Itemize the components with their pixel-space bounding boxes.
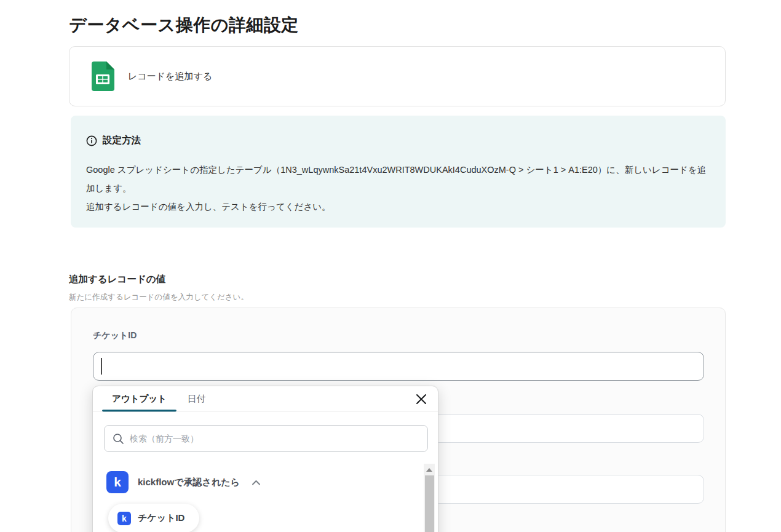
page: データベース操作の詳細設定 レコードを追加する 設定方法 Google スプレッ… <box>0 0 781 532</box>
record-section-description: 新たに作成するレコードの値を入力してください。 <box>69 292 248 303</box>
kickflow-icon-letter: k <box>114 475 121 490</box>
output-chip-ticket-id[interactable]: k チケットID <box>108 504 199 532</box>
popup-tab-bar: アウトプット 日付 <box>93 386 438 411</box>
tab-bar-divider <box>93 411 438 411</box>
info-box-header: 設定方法 <box>86 134 710 147</box>
kickflow-app-icon: k <box>106 471 129 493</box>
output-group-row[interactable]: k kickflowで承認されたら <box>106 471 261 493</box>
popup-search-input[interactable] <box>130 434 427 443</box>
info-box-line2: 追加するレコードの値を入力し、テストを行ってください。 <box>86 197 713 216</box>
tab-date-label: 日付 <box>188 393 205 405</box>
action-card[interactable]: レコードを追加する <box>69 46 726 106</box>
record-section-heading: 追加するレコードの値 <box>69 273 165 286</box>
kickflow-app-icon: k <box>117 512 131 525</box>
search-icon <box>113 433 124 445</box>
info-box: 設定方法 Google スプレッドシートの指定したテーブル（1N3_wLqywn… <box>71 116 726 228</box>
kickflow-icon-letter: k <box>122 514 127 523</box>
page-title: データベース操作の詳細設定 <box>69 14 299 37</box>
info-icon <box>86 135 97 146</box>
output-chip-label: チケットID <box>138 512 184 524</box>
popup-search-box[interactable] <box>104 425 428 452</box>
close-icon[interactable] <box>414 392 428 406</box>
tab-output-label: アウトプット <box>112 393 167 405</box>
popup-scrollbar[interactable] <box>424 464 435 532</box>
info-box-title: 設定方法 <box>103 134 141 147</box>
action-card-label: レコードを追加する <box>128 71 212 82</box>
google-sheets-icon <box>91 62 114 91</box>
scrollbar-up-arrow-icon[interactable] <box>424 466 435 474</box>
info-box-body: Google スプレッドシートの指定したテーブル（1N3_wLqywnkSa21… <box>86 161 713 216</box>
output-picker-popup: アウトプット 日付 k kickflowで承認されたら <box>92 386 438 532</box>
tab-date[interactable]: 日付 <box>179 386 214 411</box>
ticket-id-input[interactable] <box>93 352 704 381</box>
tab-output[interactable]: アウトプット <box>102 386 176 411</box>
text-caret <box>101 358 102 375</box>
output-group-label: kickflowで承認されたら <box>138 477 240 488</box>
field-label-ticket-id: チケットID <box>93 330 137 341</box>
info-box-line1: Google スプレッドシートの指定したテーブル（1N3_wLqywnkSa21… <box>86 161 713 197</box>
chevron-up-icon[interactable] <box>252 480 261 485</box>
scrollbar-thumb[interactable] <box>425 475 434 532</box>
